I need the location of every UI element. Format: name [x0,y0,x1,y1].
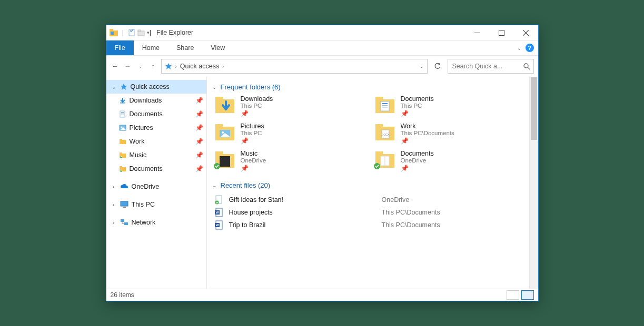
tree-quick-access[interactable]: ⌄ Quick access [106,80,206,94]
folder-item-downloads[interactable]: Downloads This PC 📌 [214,95,365,117]
folder-music-icon [214,150,235,169]
folder-item-documents-onedrive[interactable]: Documents OneDrive 📌 [374,150,525,172]
folder-item-music[interactable]: Music OneDrive 📌 [214,150,365,172]
pin-icon: 📌 [195,151,203,159]
maximize-button[interactable] [490,25,514,40]
tree-onedrive[interactable]: › OneDrive [106,180,206,193]
new-folder-icon[interactable] [137,29,145,36]
tree-item-documents-od[interactable]: Documents 📌 [106,162,206,176]
search-box[interactable] [448,59,534,74]
scrollbar-thumb[interactable] [531,77,537,140]
section-recent-files[interactable]: ⌄ Recent files (20) [211,181,529,189]
navigation-pane[interactable]: ⌄ Quick access Downloads 📌 Documents 📌 P… [106,77,207,289]
chevron-down-icon[interactable]: ⌄ [111,84,117,90]
document-sync-icon [214,195,224,205]
minimize-button[interactable] [465,25,490,40]
file-row[interactable]: W House projects This PC\Documents [214,206,525,219]
folder-name: Documents [401,150,434,157]
help-icon[interactable]: ? [526,44,534,52]
pin-icon: 📌 [195,165,203,172]
tree-network[interactable]: › Network [106,216,206,229]
tree-item-work[interactable]: Work 📌 [106,135,206,148]
search-icon[interactable] [523,63,530,70]
tab-share[interactable]: Share [168,40,202,55]
svg-rect-1 [110,29,113,32]
address-bar[interactable]: › Quick access › ⌄ [161,59,428,74]
star-icon [165,63,172,70]
svg-rect-32 [124,222,128,225]
view-tiles-button[interactable] [521,290,534,300]
tree-item-music[interactable]: Music 📌 [106,148,206,162]
breadcrumb-separator: › [175,64,177,69]
explorer-icon [110,29,118,36]
tab-view[interactable]: View [202,40,233,55]
quick-access-toolbar: | ▾ [110,29,150,36]
pin-icon: 📌 [241,165,266,172]
view-details-button[interactable] [507,290,519,300]
svg-line-11 [528,67,530,69]
chevron-down-icon[interactable]: ⌄ [211,182,217,188]
file-location: OneDrive [382,196,410,203]
chevron-down-icon[interactable]: ⌄ [211,84,217,90]
address-dropdown-icon[interactable]: ⌄ [420,64,424,69]
star-icon [120,83,127,90]
tree-item-documents[interactable]: Documents 📌 [106,107,206,121]
properties-icon[interactable] [128,29,135,36]
recent-locations-dropdown[interactable]: ⌄ [136,62,145,71]
svg-rect-34 [215,97,223,101]
chevron-right-icon[interactable]: › [111,220,117,226]
file-location: This PC\Documents [382,209,440,216]
svg-rect-36 [375,97,383,101]
titlebar: | ▾ | File Explorer [106,25,538,40]
back-button[interactable]: ← [111,62,120,71]
folder-downloads-icon [214,95,235,114]
folder-item-work[interactable]: DOCX Work This PC\Documents 📌 [374,123,525,145]
svg-text:DOCX: DOCX [381,133,389,136]
folder-documents-icon [374,95,395,114]
section-title: Recent files (20) [221,181,271,189]
tree-this-pc[interactable]: › This PC [106,198,206,211]
section-frequent-folders[interactable]: ⌄ Frequent folders (6) [211,83,529,91]
search-input[interactable] [451,62,523,70]
tab-home[interactable]: Home [134,40,168,55]
folder-location: This PC\Documents [401,130,454,136]
tree-label: This PC [132,201,155,208]
downloads-icon [119,97,126,104]
file-row[interactable]: Gift ideas for Stan! OneDrive [214,193,525,206]
word-document-icon: W [214,208,224,217]
nav-arrows: ← → ⌄ ↑ [111,62,158,71]
svg-rect-40 [382,107,388,108]
tab-file[interactable]: File [106,40,134,55]
navigation-bar: ← → ⌄ ↑ › Quick access › ⌄ [106,56,538,77]
tree-label: Documents [130,165,163,172]
chevron-right-icon[interactable]: › [111,202,117,208]
chevron-right-icon[interactable]: › [111,184,117,190]
tree-label: Pictures [130,124,153,131]
svg-rect-13 [120,103,125,104]
svg-rect-39 [382,105,388,106]
breadcrumb-separator[interactable]: › [222,64,224,69]
pin-icon: 📌 [195,110,203,118]
forward-button[interactable]: → [123,62,133,71]
svg-rect-30 [123,207,126,208]
network-icon [120,219,128,226]
breadcrumb-quick-access[interactable]: Quick access [180,63,219,70]
tree-item-downloads[interactable]: Downloads 📌 [106,94,206,107]
tree-label: OneDrive [132,183,160,190]
content-scroll[interactable]: ⌄ Frequent folders (6) Downloads This PC… [207,77,529,289]
vertical-scrollbar[interactable] [529,77,538,289]
tree-label: Work [130,138,145,145]
close-button[interactable] [514,25,538,40]
refresh-button[interactable] [431,59,444,73]
folder-item-pictures[interactable]: Pictures This PC 📌 [214,123,365,145]
this-pc-icon [120,201,128,208]
svg-rect-27 [120,166,122,168]
collapse-ribbon-icon[interactable]: ⌄ [517,45,521,51]
tree-item-pictures[interactable]: Pictures 📌 [106,121,206,135]
folder-location: This PC [241,103,273,109]
folder-name: Pictures [241,123,264,130]
tree-label: Network [132,219,156,226]
file-row[interactable]: W Trip to Brazil This PC\Documents [214,219,525,231]
folder-item-documents[interactable]: Documents This PC 📌 [374,95,525,117]
up-button[interactable]: ↑ [148,62,158,71]
